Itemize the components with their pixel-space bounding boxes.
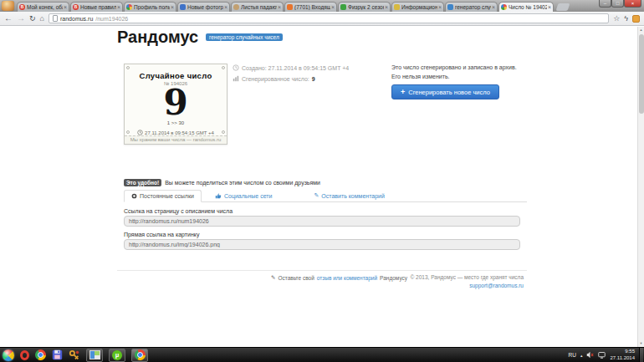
tab-close-icon[interactable]: × (548, 4, 551, 10)
footer-divider (117, 270, 527, 271)
close-button[interactable]: × (624, 0, 641, 8)
network-icon[interactable] (598, 351, 606, 359)
random-number-value: 9 (125, 86, 227, 120)
url-bar[interactable]: randomus.ru/num194026 (49, 13, 609, 23)
tab-close-icon[interactable]: × (117, 4, 120, 10)
tray-clock[interactable]: 9:55 27.11.2014 (610, 349, 635, 361)
browser-tab[interactable]: B Новые правила для × (70, 2, 123, 12)
browser-tab[interactable]: Информационные с × (391, 2, 444, 12)
photo-viewer-taskbar-button[interactable] (86, 349, 103, 362)
tab-favicon (180, 4, 186, 10)
feedback-link[interactable]: отзыв или комментарий (317, 275, 377, 281)
start-button[interactable] (3, 349, 14, 361)
tab-close-icon[interactable]: × (278, 4, 281, 10)
share-intro-text: Вы можете поделиться этим числом со свои… (165, 180, 320, 186)
tab-close-icon[interactable]: × (492, 4, 495, 10)
tab-social-label: Социальные сети (224, 193, 273, 199)
new-tab-button[interactable] (556, 3, 570, 11)
opera-icon[interactable] (20, 350, 29, 360)
browser-tab-strip: B Мой конек, обалде × B Новые правила дл… (0, 0, 644, 12)
browser-tab[interactable]: Профиль пользоват × (124, 2, 176, 12)
flash-extension-icon[interactable]: ϟ (624, 14, 628, 23)
chrome-taskbar-button-active[interactable] (131, 349, 148, 362)
share-tabs: Постоянные ссылки Социальные сети ✎ Оста… (124, 189, 527, 202)
back-icon[interactable]: ← (4, 14, 13, 23)
browser-tab[interactable]: Физрук 2 сезон 6 сер × (338, 2, 391, 12)
feedback-suffix: Рандомусу (380, 275, 407, 281)
keys-app-icon[interactable] (69, 349, 80, 361)
scroll-up-icon[interactable]: ▲ (638, 27, 644, 33)
home-icon[interactable]: ⌂ (40, 14, 44, 23)
desktop: B Мой конек, обалде × B Новые правила дл… (0, 0, 644, 362)
card-corner-dot (222, 130, 225, 134)
volume-muted-icon[interactable] (586, 351, 594, 359)
forward-icon[interactable]: → (17, 14, 25, 23)
page-title: Рандомус (117, 28, 198, 47)
generated-row: Сгенерированное число: 9 (233, 75, 315, 82)
tab-favicon: B (73, 4, 79, 10)
card-timestamp: 27.11.2014 в 09:54:15 GMT +4 (145, 130, 214, 135)
tab-close-icon[interactable]: × (64, 4, 67, 10)
pencil-icon: ✎ (314, 192, 319, 199)
generated-label: Сгенерированное число: (242, 76, 309, 82)
browser-tab[interactable]: B Мой конек, обалде × (17, 2, 69, 12)
tab-close-icon[interactable]: × (385, 4, 388, 10)
tab-permalinks[interactable]: Постоянные ссылки (124, 190, 202, 202)
tabs-container: B Мой конек, обалде × B Новые правила дл… (17, 2, 569, 12)
browser-tab-active[interactable]: Число № 194026. Ран × (498, 2, 554, 12)
tab-close-icon[interactable]: × (224, 4, 227, 10)
url-domain: randomus.ru (60, 16, 93, 22)
tab-close-icon[interactable]: × (331, 4, 335, 10)
archive-note: Это число сгенерировано и записано в арх… (391, 64, 525, 82)
extension-icon[interactable] (632, 15, 640, 23)
created-label: Создано: 27.11.2014 в 09:54:15 GMT +4 (242, 65, 349, 71)
minimize-button[interactable]: – (599, 0, 611, 8)
page-icon (53, 15, 58, 22)
tab-title: Новые фотографии (187, 4, 223, 10)
copyright-text: © 2013, Рандомус — место где хранят числ… (411, 274, 524, 280)
tab-title: генератор случайн (455, 4, 491, 10)
scrollbar-thumb[interactable] (639, 34, 644, 114)
page-content: Рандомус генератор случайных чисел Случа… (0, 27, 637, 347)
image-link-input[interactable] (124, 239, 520, 250)
reload-icon[interactable]: ↻ (29, 14, 36, 23)
page-link-label: Ссылка на страницу с описанием числа (124, 208, 233, 214)
scroll-down-icon[interactable]: ▼ (638, 340, 644, 347)
page-link-input[interactable] (124, 216, 520, 227)
generate-new-number-button[interactable]: + Сгенерировать новое число (391, 84, 499, 99)
system-tray: RU ▴ 9:55 27.11.2014 (569, 348, 644, 362)
browser-tab[interactable]: Листья падают шур × (231, 2, 284, 12)
card-corner-dot (222, 66, 225, 69)
bar-chart-icon (233, 75, 239, 82)
scrollbar[interactable]: ▲ ▼ (637, 27, 644, 347)
window-controls: – □ × (599, 0, 641, 8)
image-link-label: Прямая ссылка на картинку (124, 232, 199, 237)
tab-title: Число № 194026. Ран (509, 4, 547, 10)
browser-tab[interactable]: генератор случайн × (445, 2, 498, 12)
maximize-button[interactable]: □ (611, 0, 624, 8)
support-email-link[interactable]: support@randomus.ru (411, 283, 524, 288)
hidden-icons-arrow[interactable]: ▴ (580, 353, 583, 358)
created-row: Создано: 27.11.2014 в 09:54:15 GMT +4 (233, 64, 349, 71)
language-indicator[interactable]: RU (569, 352, 576, 358)
tab-close-icon[interactable]: × (438, 4, 442, 10)
browser-tab[interactable]: (7701) Входящие - по × (284, 2, 337, 12)
browser-tab[interactable]: Новые фотографии × (177, 2, 230, 12)
tab-leave-comment[interactable]: ✎ Оставить комментарий (307, 190, 391, 201)
show-desktop-button[interactable] (639, 348, 643, 362)
tab-social-networks[interactable]: Социальные сети (208, 190, 279, 201)
tab-favicon: B (19, 4, 25, 10)
floppy-app-icon[interactable] (52, 349, 63, 360)
browser-toolbar: ← → ↻ ⌂ randomus.ru/num194026 ☆ ϟ (0, 12, 644, 26)
utorrent-taskbar-button[interactable]: µ (109, 349, 125, 362)
tab-close-icon[interactable]: × (171, 4, 174, 10)
copyright-block: © 2013, Рандомус — место где хранят числ… (411, 274, 524, 288)
bookmark-star-icon[interactable]: ☆ (613, 14, 620, 23)
url-path: /num194026 (95, 16, 128, 22)
feedback-prefix: Оставьте свой (278, 275, 314, 281)
photo-viewer-icon (89, 350, 100, 359)
chrome-icon[interactable] (35, 349, 46, 360)
tab-title: Листья падают шур (241, 4, 277, 10)
thumbs-up-icon (215, 192, 222, 199)
tray-time: 9:55 (610, 349, 635, 355)
